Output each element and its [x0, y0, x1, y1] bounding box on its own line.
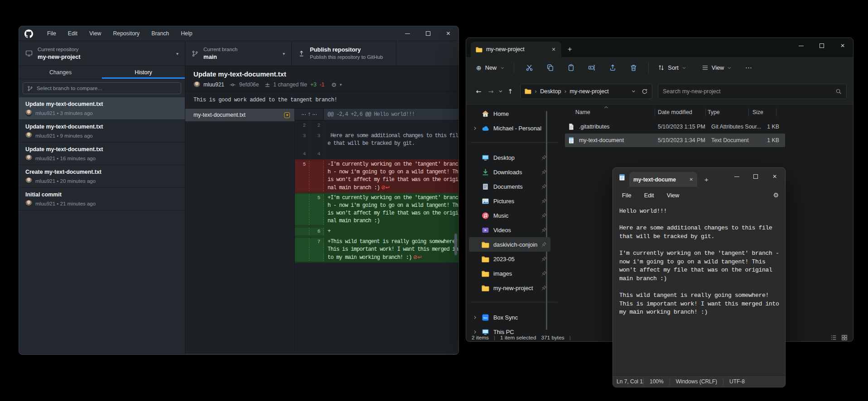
line-ending[interactable]: Windows (CRLF)	[670, 378, 723, 385]
tab-history[interactable]: History	[102, 66, 185, 79]
new-tab-button[interactable]: +	[568, 45, 572, 53]
menu-view[interactable]: View	[83, 26, 107, 41]
maximize-button[interactable]	[746, 170, 765, 183]
notepad-tab[interactable]: my-text-docume ✕	[629, 172, 697, 187]
diff-addition-row[interactable]: 5+I'm currently working on the 'tangent'…	[295, 193, 458, 226]
minimize-button[interactable]	[791, 39, 811, 53]
close-button[interactable]: ✕	[832, 39, 853, 53]
sidebar-item-this-pc[interactable]: This PC	[469, 325, 550, 339]
sidebar-item-documents[interactable]: Documents	[469, 179, 550, 194]
new-button[interactable]: ⊕ New	[472, 64, 509, 72]
new-tab-button[interactable]: +	[704, 176, 709, 183]
diff-context-row[interactable]: 22	[295, 120, 458, 131]
chevron-right-icon[interactable]	[473, 126, 477, 131]
view-button[interactable]: View	[697, 64, 737, 71]
paste-button[interactable]	[562, 60, 579, 76]
diff-context-row[interactable]: 33 Here are some additional changes to t…	[295, 131, 458, 149]
rename-button[interactable]	[583, 60, 600, 76]
menu-repository[interactable]: Repository	[107, 26, 145, 41]
diff-scrollbar[interactable]	[454, 234, 457, 255]
sidebar-item-downloads[interactable]: Downloads	[469, 165, 550, 179]
menu-help[interactable]: Help	[175, 26, 198, 41]
forward-button[interactable]: →	[485, 88, 497, 95]
notepad-menu-file[interactable]: File	[616, 190, 638, 201]
menu-edit[interactable]: Edit	[62, 26, 83, 41]
file-date-modified: 5/10/2023 1:34 PM	[658, 137, 711, 143]
recent-locations-icon[interactable]	[497, 89, 504, 94]
delete-button[interactable]	[625, 60, 642, 76]
sidebar-item-images[interactable]: images	[469, 266, 550, 281]
encoding[interactable]: UTF-8	[723, 378, 751, 385]
up-button[interactable]: ↑	[504, 88, 516, 95]
minimize-button[interactable]	[397, 26, 418, 41]
file-row[interactable]: my-text-document5/10/2023 1:34 PMText Do…	[565, 134, 785, 147]
breadcrumb[interactable]: ›Desktop›my-new-project	[520, 84, 652, 99]
current-branch-selector[interactable]: Current branch main ▾	[185, 41, 292, 66]
changed-file-row[interactable]: my-text-document.txt	[185, 109, 294, 121]
compare-branch-input[interactable]: Select branch to compare...	[23, 82, 181, 94]
history-commit-item[interactable]: Update my-text-document.txtmluu921 • 9 m…	[19, 120, 185, 143]
close-button[interactable]: ✕	[765, 170, 784, 183]
address-dropdown-icon[interactable]	[631, 89, 636, 94]
chevron-right-icon[interactable]	[473, 329, 477, 334]
sidebar-item-home[interactable]: Home	[469, 106, 550, 121]
details-view-icon[interactable]	[830, 334, 837, 341]
tab-close-icon[interactable]: ✕	[550, 45, 558, 53]
cut-button[interactable]	[521, 60, 538, 76]
avatar	[25, 155, 32, 162]
diff-deletion-row[interactable]: 5-I'm currently working on the 'tangent'…	[295, 159, 458, 193]
notepad-menu-view[interactable]: View	[661, 190, 686, 201]
new-button-label: New	[485, 64, 497, 71]
close-button[interactable]: ✕	[438, 26, 458, 41]
maximize-button[interactable]	[418, 26, 438, 41]
sort-button[interactable]: Sort	[653, 64, 690, 71]
search-input[interactable]: Search my-new-project	[658, 84, 847, 99]
chevron-right-icon[interactable]	[473, 315, 477, 320]
current-repository-selector[interactable]: Current repository my-new-project ▾	[19, 41, 185, 66]
notepad-menu-edit[interactable]: Edit	[638, 190, 661, 201]
file-row[interactable]: .gitattributes5/10/2023 1:15 PMGit Attri…	[565, 120, 785, 134]
column-header-name[interactable]: Name	[575, 109, 655, 115]
column-header-date-modified[interactable]: Date modified	[655, 109, 705, 115]
menu-branch[interactable]: Branch	[145, 26, 175, 41]
history-commit-item[interactable]: Update my-text-document.txtmluu921 • 3 m…	[19, 97, 185, 120]
sidebar-item-2023-05[interactable]: 2023-05	[469, 252, 550, 266]
sidebar-item-pictures[interactable]: Pictures	[469, 194, 550, 208]
zoom-level[interactable]: 100%	[644, 378, 670, 385]
back-button[interactable]: ←	[473, 88, 485, 95]
large-icons-view-icon[interactable]	[841, 334, 848, 341]
breadcrumb-item-my-new-project[interactable]: my-new-project	[570, 88, 609, 95]
copy-button[interactable]	[541, 60, 559, 76]
minimize-button[interactable]	[727, 170, 746, 183]
publish-repository-button[interactable]: Publish repository Publish this reposito…	[292, 41, 396, 66]
menu-file[interactable]: File	[41, 26, 62, 41]
tab-changes[interactable]: Changes	[19, 66, 102, 79]
sidebar-item-michael-personal[interactable]: Michael - Personal	[469, 121, 550, 135]
breadcrumb-item-desktop[interactable]: Desktop	[540, 88, 561, 95]
sidebar-item-my-new-project[interactable]: my-new-project	[469, 281, 550, 295]
explorer-tab[interactable]: my-new-project ✕	[471, 42, 561, 57]
sidebar-item-desktop[interactable]: Desktop	[469, 150, 550, 165]
tab-close-icon[interactable]: ✕	[690, 177, 693, 182]
refresh-icon[interactable]	[641, 88, 648, 95]
history-commit-item[interactable]: Update my-text-document.txtmluu921 • 16 …	[19, 143, 185, 165]
history-commit-item[interactable]: Initial commitmluu921 • 21 minutes ago	[19, 188, 185, 210]
diff-context-row[interactable]: 44	[295, 149, 458, 159]
column-header-size[interactable]: Size	[749, 109, 776, 115]
history-commit-item[interactable]: Create my-text-document.txtmluu921 • 20 …	[19, 165, 185, 188]
notepad-text-area[interactable]: Hello world!!! Here are some additional …	[613, 203, 785, 375]
diff-addition-row[interactable]: 6+	[295, 226, 458, 237]
diff-addition-row[interactable]: 7+This wild tangent is really going some…	[295, 237, 458, 263]
maximize-button[interactable]	[811, 39, 832, 53]
expand-hunk-icon[interactable]: ↑	[295, 109, 324, 120]
sidebar-item-daskivich-conjoint-an[interactable]: daskivich-conjoint-an	[469, 237, 550, 252]
more-options-icon[interactable]: ⋯	[741, 64, 756, 72]
sidebar-item-box-sync[interactable]: boxBox Sync	[469, 310, 550, 325]
gear-icon[interactable]: ⚙	[331, 81, 337, 88]
sidebar-item-videos[interactable]: Videos	[469, 223, 550, 237]
column-header-type[interactable]: Type	[706, 109, 748, 115]
sidebar-item-music[interactable]: Music	[469, 208, 550, 223]
gear-icon[interactable]: ⚙	[773, 191, 779, 199]
chevron-down-icon[interactable]: ▾	[340, 82, 342, 87]
share-button[interactable]	[604, 60, 621, 76]
